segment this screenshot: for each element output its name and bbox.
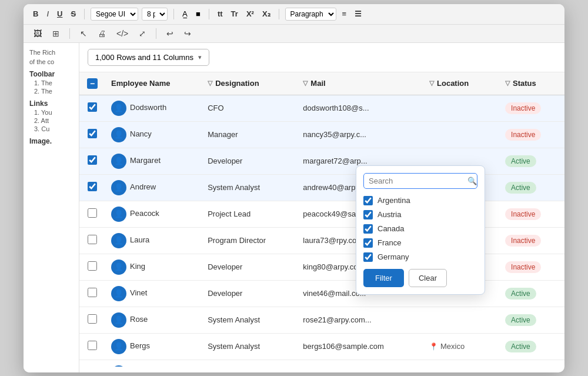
filter-clear-button[interactable]: Clear [409, 269, 447, 287]
row-checkbox[interactable] [88, 341, 97, 350]
avatar: 👤 [111, 286, 126, 301]
filter-option-label[interactable]: Canada [377, 224, 405, 233]
avatar: 👤 [111, 339, 126, 354]
row-checkbox[interactable] [88, 155, 97, 165]
row-checkbox[interactable] [88, 314, 97, 324]
fullscreen-button[interactable]: ⤢ [136, 28, 149, 39]
status-badge: Active [505, 341, 536, 352]
filter-option-checkbox[interactable] [363, 210, 373, 219]
row-status: Inactive [499, 121, 564, 148]
list-button[interactable]: ☰ [352, 8, 364, 19]
designation-filter-icon[interactable]: ▽ [208, 79, 212, 87]
row-checkbox[interactable] [88, 235, 97, 244]
filter-option-checkbox[interactable] [363, 252, 373, 262]
row-checkbox[interactable] [88, 261, 97, 271]
row-status: Active [499, 280, 564, 307]
mail-filter-icon[interactable]: ▽ [303, 79, 308, 87]
undo-button[interactable]: ↩ [163, 28, 176, 39]
subscript-button[interactable]: X₂ [260, 8, 273, 19]
filter-option[interactable]: Canada [363, 224, 477, 234]
strikethrough-button[interactable]: S [68, 8, 78, 19]
divider-4 [279, 9, 279, 19]
filter-option-label[interactable]: France [377, 238, 401, 247]
superscript-button[interactable]: X² [244, 8, 256, 19]
row-name: 👤King [105, 254, 202, 280]
filter-option[interactable]: Austria [363, 210, 477, 219]
status-badge: Inactive [505, 129, 541, 141]
redo-button[interactable]: ↪ [181, 28, 194, 39]
location-text: Mexico [440, 342, 465, 351]
left-text-2: of the co [29, 58, 73, 65]
row-mail: bergs106@sample.com [297, 333, 423, 360]
rows-dropdown[interactable]: 1,000 Rows and 11 Columns ▾ [88, 49, 209, 66]
filter-option[interactable]: Germany [363, 252, 477, 262]
link-item-2: 2. Att [34, 117, 73, 124]
filter-option[interactable]: Argentina [363, 196, 477, 205]
filter-option[interactable]: France [363, 238, 477, 248]
font-family-select[interactable]: Segoe UI [91, 8, 138, 21]
row-status: Active [499, 174, 564, 201]
filter-option-checkbox[interactable] [363, 238, 373, 248]
row-designation: Project Lead [202, 201, 297, 227]
employee-name: Rose [130, 315, 148, 324]
select-button[interactable]: ↖ [77, 28, 90, 39]
row-mail: nancy41@mail.com [297, 360, 423, 367]
filter-apply-button[interactable]: Filter [363, 269, 404, 287]
row-checkbox[interactable] [88, 182, 97, 191]
filter-option-label[interactable]: Austria [377, 210, 401, 219]
filter-option-label[interactable]: Germany [377, 252, 409, 261]
image-section: Image. [29, 137, 73, 145]
underline-button[interactable]: U [55, 8, 65, 19]
row-checkbox[interactable] [88, 129, 97, 138]
employee-name: Peacock [130, 209, 159, 218]
italic-button[interactable]: I [44, 8, 51, 19]
avatar: 👤 [111, 312, 126, 328]
toolbar-item-2: 2. The [34, 88, 73, 95]
filter-panel: 🔍 ArgentinaAustriaCanadaFranceGermany Fi… [356, 165, 485, 295]
select-all-checkbox[interactable] [87, 78, 98, 89]
row-status: Inactive [499, 360, 564, 367]
table-button[interactable]: ⊞ [49, 28, 62, 39]
status-badge: Inactive [505, 235, 541, 247]
bold-button[interactable]: B [31, 8, 41, 19]
align-button[interactable]: ≡ [340, 8, 349, 19]
th-checkbox[interactable] [79, 72, 105, 95]
filter-option-label[interactable]: Argentina [377, 196, 410, 205]
highlight-color-button[interactable]: ■ [193, 8, 203, 19]
employee-name: Dodsworth [130, 103, 166, 112]
row-designation: Developer [202, 254, 297, 280]
row-name: 👤Andrew [105, 174, 202, 201]
filter-search-input[interactable] [369, 177, 467, 185]
row-checkbox-cell [79, 360, 105, 367]
paragraph-select[interactable]: Paragraph [285, 8, 336, 21]
th-employee-name: Employee Name [105, 72, 202, 95]
toolbar-section: Toolbar [29, 70, 73, 78]
row-location [423, 307, 499, 333]
status-filter-icon[interactable]: ▽ [505, 79, 510, 87]
row-checkbox-cell [79, 333, 105, 360]
table-header-row: Employee Name ▽ Designation [79, 72, 564, 95]
row-name: 👤Laura [105, 227, 202, 254]
links-section: Links [29, 99, 73, 108]
table-row: 👤AndrewSystem Analystandrew40@arpy...Act… [79, 174, 564, 201]
row-checkbox[interactable] [88, 208, 97, 218]
row-name: 👤Margaret [105, 148, 202, 174]
code-button[interactable]: </> [113, 28, 131, 39]
image-button[interactable]: 🖼 [31, 28, 45, 39]
status-badge: Active [505, 314, 536, 326]
format-tt-button[interactable]: tt [215, 8, 225, 19]
font-size-select[interactable]: 8 pt [142, 8, 168, 21]
row-checkbox[interactable] [88, 288, 97, 297]
font-color-button[interactable]: A̲ [180, 8, 190, 19]
print-button[interactable]: 🖨 [95, 28, 109, 39]
filter-search-button[interactable]: 🔍 [467, 177, 477, 185]
status-badge: Active [505, 182, 536, 194]
row-status: Inactive [499, 227, 564, 254]
row-checkbox[interactable] [88, 102, 97, 112]
location-filter-icon[interactable]: ▽ [429, 79, 434, 87]
employee-name-label: Employee Name [111, 79, 170, 88]
filter-option-checkbox[interactable] [363, 196, 373, 205]
main-content: 1,000 Rows and 11 Columns ▾ E [79, 43, 564, 372]
filter-option-checkbox[interactable] [363, 224, 373, 234]
format-t-button[interactable]: Tr [229, 8, 240, 19]
